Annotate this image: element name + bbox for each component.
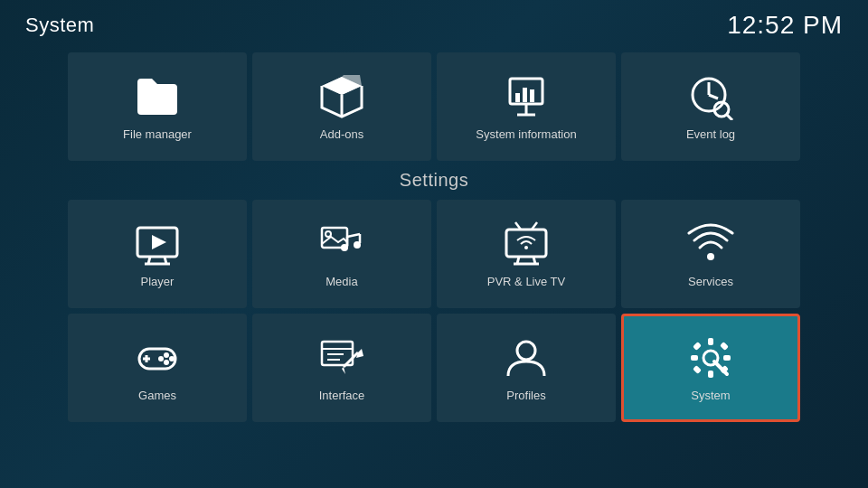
box-icon bbox=[318, 73, 365, 120]
tile-label-interface: Interface bbox=[319, 389, 365, 402]
tile-label-file-manager: File manager bbox=[123, 127, 192, 141]
gamepad-icon bbox=[134, 334, 181, 381]
tile-profiles[interactable]: Profiles bbox=[437, 314, 616, 422]
svg-point-38 bbox=[164, 352, 169, 358]
tile-label-services: Services bbox=[688, 275, 733, 288]
svg-rect-8 bbox=[523, 88, 527, 102]
tile-label-system: System bbox=[691, 389, 730, 402]
media-icon bbox=[318, 221, 365, 267]
tile-label-pvr-live-tv: PVR & Live TV bbox=[487, 275, 565, 288]
svg-rect-7 bbox=[515, 93, 520, 102]
svg-marker-46 bbox=[342, 367, 345, 374]
clock-search-icon bbox=[687, 73, 734, 120]
top-grid: File manager Add-ons System information bbox=[0, 47, 868, 164]
svg-rect-55 bbox=[693, 342, 702, 351]
svg-point-39 bbox=[169, 356, 175, 361]
svg-point-26 bbox=[354, 241, 361, 249]
tile-label-add-ons: Add-ons bbox=[320, 127, 363, 141]
presentation-icon bbox=[503, 73, 550, 120]
svg-point-49 bbox=[517, 342, 535, 360]
tile-event-log[interactable]: Event log bbox=[621, 52, 800, 161]
svg-rect-54 bbox=[723, 355, 731, 361]
tile-pvr-live-tv[interactable]: PVR & Live TV bbox=[437, 200, 616, 308]
app-title: System bbox=[25, 14, 94, 37]
tile-system-information[interactable]: System information bbox=[437, 52, 616, 161]
svg-rect-56 bbox=[720, 342, 729, 351]
svg-line-12 bbox=[709, 95, 718, 99]
tile-system[interactable]: System bbox=[621, 314, 800, 422]
interface-icon bbox=[318, 334, 365, 381]
tile-label-profiles: Profiles bbox=[506, 389, 545, 402]
tile-label-system-information: System information bbox=[476, 127, 576, 141]
gear-icon bbox=[687, 334, 734, 381]
tile-player[interactable]: Player bbox=[68, 200, 247, 308]
settings-row-2: Games Interface Profiles bbox=[25, 314, 843, 422]
tile-add-ons[interactable]: Add-ons bbox=[252, 52, 431, 161]
svg-point-40 bbox=[164, 360, 169, 365]
svg-point-25 bbox=[341, 244, 348, 251]
tile-games[interactable]: Games bbox=[68, 314, 247, 422]
tile-interface[interactable]: Interface bbox=[252, 314, 431, 422]
tile-label-event-log: Event log bbox=[686, 127, 735, 141]
wifi-icon bbox=[687, 221, 734, 267]
svg-rect-9 bbox=[530, 89, 534, 102]
svg-line-23 bbox=[347, 234, 360, 237]
svg-rect-51 bbox=[708, 338, 713, 345]
svg-point-41 bbox=[158, 356, 164, 361]
tile-label-media: Media bbox=[326, 275, 357, 288]
settings-grid: Player Media bbox=[0, 196, 868, 422]
section-header: Settings bbox=[0, 164, 868, 196]
clock: 12:52 PM bbox=[727, 11, 843, 40]
tile-file-manager[interactable]: File manager bbox=[68, 52, 247, 161]
svg-line-14 bbox=[727, 115, 732, 120]
svg-rect-27 bbox=[506, 230, 546, 257]
tile-services[interactable]: Services bbox=[621, 200, 800, 308]
tile-label-games: Games bbox=[138, 389, 176, 402]
svg-point-34 bbox=[707, 253, 714, 260]
tile-label-player: Player bbox=[141, 275, 175, 288]
svg-point-21 bbox=[326, 231, 331, 237]
tile-media[interactable]: Media bbox=[252, 200, 431, 308]
play-screen-icon bbox=[134, 221, 181, 267]
folder-icon bbox=[134, 73, 181, 120]
tv-icon bbox=[503, 221, 550, 267]
svg-rect-52 bbox=[708, 371, 713, 378]
svg-rect-57 bbox=[693, 365, 702, 374]
profile-icon bbox=[503, 334, 550, 381]
svg-marker-16 bbox=[152, 235, 166, 249]
svg-rect-53 bbox=[691, 355, 698, 361]
settings-row-1: Player Media bbox=[25, 200, 843, 308]
svg-point-33 bbox=[524, 246, 528, 249]
